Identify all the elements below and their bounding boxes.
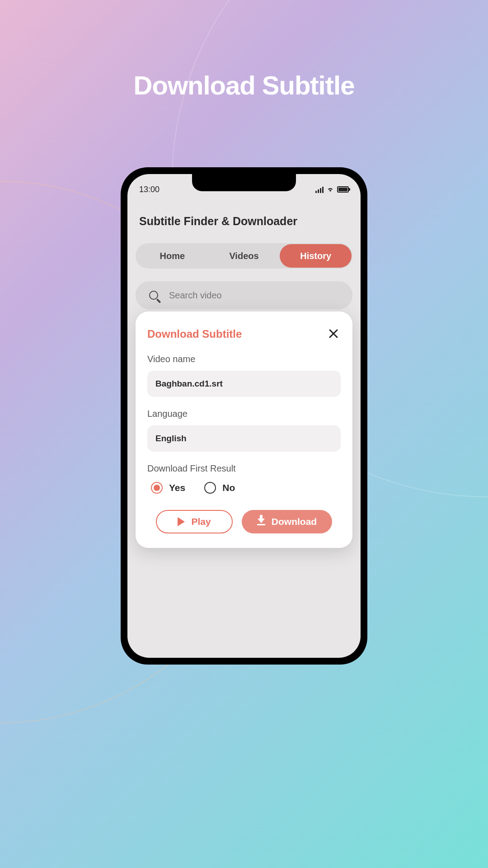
radio-no[interactable]: No (204, 482, 235, 494)
radio-icon (151, 482, 163, 494)
download-modal: Download Subtitle Video name Baghban.cd1… (136, 311, 352, 548)
language-label: Language (147, 409, 341, 419)
close-button[interactable] (326, 327, 341, 341)
download-button[interactable]: Download (242, 510, 332, 533)
radio-no-label: No (222, 482, 235, 493)
radio-yes-label: Yes (169, 482, 185, 493)
button-row: Play Download (147, 510, 341, 533)
radio-group: Yes No (147, 482, 341, 494)
video-name-label: Video name (147, 354, 341, 364)
close-icon (328, 328, 339, 339)
download-first-label: Download First Result (147, 463, 341, 474)
play-icon (178, 517, 185, 526)
radio-yes[interactable]: Yes (151, 482, 185, 494)
video-name-field[interactable]: Baghban.cd1.srt (147, 371, 341, 397)
phone-notch (192, 174, 296, 191)
phone-frame: 13:00 Subtitle Finder & Downloader Home (121, 167, 367, 665)
radio-icon (204, 482, 216, 494)
download-icon (257, 519, 265, 525)
play-button-label: Play (191, 516, 211, 527)
play-button[interactable]: Play (156, 510, 233, 533)
modal-header: Download Subtitle (147, 327, 341, 341)
language-field[interactable]: English (147, 425, 341, 452)
modal-title: Download Subtitle (147, 328, 242, 340)
download-button-label: Download (272, 516, 317, 527)
phone-screen: 13:00 Subtitle Finder & Downloader Home (127, 174, 361, 658)
